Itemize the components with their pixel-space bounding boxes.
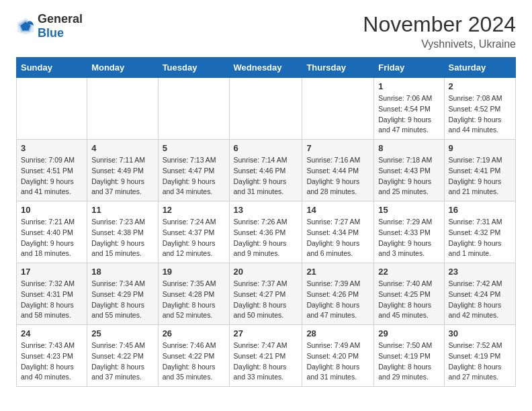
day-info: Sunrise: 7:50 AMSunset: 4:19 PMDaylight:… <box>378 340 439 383</box>
calendar-cell: 16Sunrise: 7:31 AMSunset: 4:32 PMDayligh… <box>444 201 516 263</box>
day-info: Sunrise: 7:21 AMSunset: 4:40 PMDaylight:… <box>21 217 83 259</box>
day-number: 19 <box>163 267 225 277</box>
calendar-week-5: 24Sunrise: 7:43 AMSunset: 4:23 PMDayligh… <box>17 325 516 387</box>
calendar-cell: 17Sunrise: 7:32 AMSunset: 4:31 PMDayligh… <box>17 263 87 325</box>
day-info: Sunrise: 7:34 AMSunset: 4:29 PMDaylight:… <box>91 279 153 321</box>
calendar-week-2: 3Sunrise: 7:09 AMSunset: 4:51 PMDaylight… <box>17 140 516 201</box>
day-number: 27 <box>234 328 298 338</box>
day-info: Sunrise: 7:29 AMSunset: 4:33 PMDaylight:… <box>378 217 439 259</box>
day-number: 29 <box>378 328 439 338</box>
day-info: Sunrise: 7:14 AMSunset: 4:46 PMDaylight:… <box>234 155 298 197</box>
day-number: 25 <box>91 328 153 338</box>
col-tuesday: Tuesday <box>158 58 229 78</box>
logo-blue: Blue <box>38 26 64 40</box>
calendar-cell: 13Sunrise: 7:26 AMSunset: 4:36 PMDayligh… <box>229 201 302 263</box>
calendar-cell: 24Sunrise: 7:43 AMSunset: 4:23 PMDayligh… <box>17 325 87 387</box>
day-number: 15 <box>378 205 439 215</box>
logo: General Blue <box>16 12 83 40</box>
calendar-cell: 3Sunrise: 7:09 AMSunset: 4:51 PMDaylight… <box>17 140 87 201</box>
day-info: Sunrise: 7:32 AMSunset: 4:31 PMDaylight:… <box>21 279 83 321</box>
day-info: Sunrise: 7:26 AMSunset: 4:36 PMDaylight:… <box>234 217 298 259</box>
day-info: Sunrise: 7:45 AMSunset: 4:22 PMDaylight:… <box>91 340 153 383</box>
day-number: 20 <box>234 267 298 277</box>
day-info: Sunrise: 7:37 AMSunset: 4:27 PMDaylight:… <box>234 279 298 321</box>
col-thursday: Thursday <box>302 58 374 78</box>
day-number: 9 <box>449 143 512 153</box>
day-number: 17 <box>21 267 83 277</box>
calendar-cell: 10Sunrise: 7:21 AMSunset: 4:40 PMDayligh… <box>17 201 87 263</box>
calendar-cell: 21Sunrise: 7:39 AMSunset: 4:26 PMDayligh… <box>302 263 374 325</box>
calendar-cell: 26Sunrise: 7:46 AMSunset: 4:22 PMDayligh… <box>158 325 229 387</box>
calendar-cell: 20Sunrise: 7:37 AMSunset: 4:27 PMDayligh… <box>229 263 302 325</box>
col-friday: Friday <box>374 58 444 78</box>
calendar-week-1: 1Sunrise: 7:06 AMSunset: 4:54 PMDaylight… <box>17 78 516 140</box>
page-header: General Blue November 2024 Vyshnivets, U… <box>0 0 532 57</box>
logo-general: General <box>38 12 83 26</box>
title-area: November 2024 Vyshnivets, Ukraine <box>363 12 516 50</box>
calendar-table: Sunday Monday Tuesday Wednesday Thursday… <box>16 57 516 387</box>
calendar-cell: 27Sunrise: 7:47 AMSunset: 4:21 PMDayligh… <box>229 325 302 387</box>
calendar-cell: 12Sunrise: 7:24 AMSunset: 4:37 PMDayligh… <box>158 201 229 263</box>
calendar-cell: 7Sunrise: 7:16 AMSunset: 4:44 PMDaylight… <box>302 140 374 201</box>
calendar-week-4: 17Sunrise: 7:32 AMSunset: 4:31 PMDayligh… <box>17 263 516 325</box>
day-number: 5 <box>163 143 225 153</box>
day-number: 22 <box>378 267 439 277</box>
header-row: Sunday Monday Tuesday Wednesday Thursday… <box>17 58 516 78</box>
day-number: 3 <box>21 143 83 153</box>
calendar-cell: 8Sunrise: 7:18 AMSunset: 4:43 PMDaylight… <box>374 140 444 201</box>
logo-icon <box>16 17 35 36</box>
calendar-cell: 18Sunrise: 7:34 AMSunset: 4:29 PMDayligh… <box>87 263 158 325</box>
calendar-cell <box>229 78 302 140</box>
col-wednesday: Wednesday <box>229 58 302 78</box>
calendar-cell: 5Sunrise: 7:13 AMSunset: 4:47 PMDaylight… <box>158 140 229 201</box>
calendar-cell: 2Sunrise: 7:08 AMSunset: 4:52 PMDaylight… <box>444 78 516 140</box>
day-info: Sunrise: 7:43 AMSunset: 4:23 PMDaylight:… <box>21 340 83 383</box>
calendar-cell: 30Sunrise: 7:52 AMSunset: 4:19 PMDayligh… <box>444 325 516 387</box>
day-number: 21 <box>306 267 369 277</box>
day-number: 1 <box>378 81 439 91</box>
calendar-body: 1Sunrise: 7:06 AMSunset: 4:54 PMDaylight… <box>17 78 516 387</box>
day-number: 8 <box>378 143 439 153</box>
day-info: Sunrise: 7:06 AMSunset: 4:54 PMDaylight:… <box>378 93 439 136</box>
day-number: 10 <box>21 205 83 215</box>
day-number: 28 <box>306 328 369 338</box>
day-info: Sunrise: 7:18 AMSunset: 4:43 PMDaylight:… <box>378 155 439 197</box>
calendar-cell: 6Sunrise: 7:14 AMSunset: 4:46 PMDaylight… <box>229 140 302 201</box>
calendar-cell: 1Sunrise: 7:06 AMSunset: 4:54 PMDaylight… <box>374 78 444 140</box>
day-info: Sunrise: 7:40 AMSunset: 4:25 PMDaylight:… <box>378 279 439 321</box>
day-number: 16 <box>449 205 512 215</box>
day-number: 11 <box>91 205 153 215</box>
col-monday: Monday <box>87 58 158 78</box>
location: Vyshnivets, Ukraine <box>363 38 516 50</box>
calendar-cell: 29Sunrise: 7:50 AMSunset: 4:19 PMDayligh… <box>374 325 444 387</box>
calendar-cell: 4Sunrise: 7:11 AMSunset: 4:49 PMDaylight… <box>87 140 158 201</box>
day-number: 7 <box>306 143 369 153</box>
calendar-cell: 15Sunrise: 7:29 AMSunset: 4:33 PMDayligh… <box>374 201 444 263</box>
calendar-cell: 14Sunrise: 7:27 AMSunset: 4:34 PMDayligh… <box>302 201 374 263</box>
calendar-week-3: 10Sunrise: 7:21 AMSunset: 4:40 PMDayligh… <box>17 201 516 263</box>
calendar-cell <box>87 78 158 140</box>
calendar-cell: 19Sunrise: 7:35 AMSunset: 4:28 PMDayligh… <box>158 263 229 325</box>
day-info: Sunrise: 7:52 AMSunset: 4:19 PMDaylight:… <box>449 340 512 383</box>
calendar-cell <box>158 78 229 140</box>
month-title: November 2024 <box>363 12 516 37</box>
day-info: Sunrise: 7:27 AMSunset: 4:34 PMDaylight:… <box>306 217 369 259</box>
day-info: Sunrise: 7:08 AMSunset: 4:52 PMDaylight:… <box>449 93 512 136</box>
day-info: Sunrise: 7:46 AMSunset: 4:22 PMDaylight:… <box>163 340 225 383</box>
day-info: Sunrise: 7:24 AMSunset: 4:37 PMDaylight:… <box>163 217 225 259</box>
day-info: Sunrise: 7:49 AMSunset: 4:20 PMDaylight:… <box>306 340 369 383</box>
day-number: 30 <box>449 328 512 338</box>
calendar-cell: 11Sunrise: 7:23 AMSunset: 4:38 PMDayligh… <box>87 201 158 263</box>
calendar-cell: 9Sunrise: 7:19 AMSunset: 4:41 PMDaylight… <box>444 140 516 201</box>
day-number: 2 <box>449 81 512 91</box>
day-info: Sunrise: 7:16 AMSunset: 4:44 PMDaylight:… <box>306 155 369 197</box>
day-number: 6 <box>234 143 298 153</box>
day-info: Sunrise: 7:19 AMSunset: 4:41 PMDaylight:… <box>449 155 512 197</box>
day-number: 13 <box>234 205 298 215</box>
calendar-header: Sunday Monday Tuesday Wednesday Thursday… <box>17 58 516 78</box>
col-saturday: Saturday <box>444 58 516 78</box>
day-info: Sunrise: 7:42 AMSunset: 4:24 PMDaylight:… <box>449 279 512 321</box>
day-number: 4 <box>91 143 153 153</box>
day-number: 26 <box>163 328 225 338</box>
day-info: Sunrise: 7:47 AMSunset: 4:21 PMDaylight:… <box>234 340 298 383</box>
